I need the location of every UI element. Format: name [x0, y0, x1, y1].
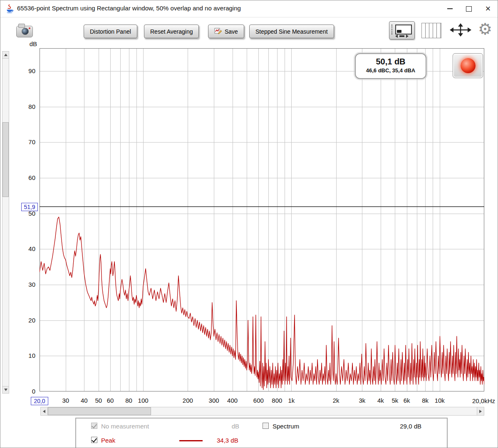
pan-arrows-icon[interactable] — [448, 23, 473, 37]
record-icon — [461, 58, 476, 73]
vertical-scrollbar[interactable] — [2, 51, 9, 394]
save-button[interactable]: Save — [208, 25, 244, 38]
x-tick-label: 100 — [131, 397, 156, 404]
graph-limits-button[interactable] — [389, 21, 415, 39]
y-tick-label: 90 — [15, 67, 35, 74]
y-tick-label: 60 — [15, 174, 35, 181]
graph-limits-strip-icon — [391, 25, 394, 34]
save-icon — [214, 27, 222, 35]
y-tick-label: 10 — [15, 352, 35, 359]
scroll-up-button[interactable] — [2, 52, 9, 59]
x-axis-max-label: 20,0kHz — [472, 397, 495, 404]
cursor-level-label[interactable]: 51,9 — [21, 203, 38, 211]
capture-graph-button[interactable] — [16, 22, 32, 37]
no-measurement-checkbox[interactable] — [91, 423, 97, 429]
horizontal-scrollbar[interactable] — [40, 407, 484, 416]
arrow-right-icon — [479, 410, 482, 413]
no-measurement-value: dB — [225, 423, 239, 430]
minimize-icon — [447, 8, 453, 9]
window-title: 65536-point Spectrum using Rectangular w… — [17, 5, 241, 12]
arrow-left-icon — [43, 410, 45, 413]
x-tick-label: 400 — [220, 397, 245, 404]
spectrum-plot[interactable] — [40, 48, 484, 391]
screen-arrows-icon — [395, 34, 412, 38]
spectrum-checkbox[interactable] — [263, 423, 269, 429]
y-tick-label: 30 — [15, 281, 35, 288]
x-tick-label: 200 — [175, 397, 200, 404]
title-bar: 65536-point Spectrum using Rectangular w… — [0, 0, 498, 17]
y-tick-label: 20 — [15, 317, 35, 324]
x-tick-label: 2k — [324, 397, 349, 404]
stepped-sine-button[interactable]: Stepped Sine Measurement — [249, 25, 334, 38]
minimize-button[interactable] — [440, 0, 459, 17]
reset-averaging-label: Reset Averaging — [150, 28, 193, 35]
scroll-down-button[interactable] — [2, 386, 9, 393]
reset-averaging-button[interactable]: Reset Averaging — [144, 25, 199, 38]
stepped-sine-label: Stepped Sine Measurement — [255, 28, 328, 35]
y-tick-label: 70 — [15, 138, 35, 145]
check-icon — [92, 437, 97, 443]
maximize-icon — [466, 6, 472, 12]
app-window: 65536-point Spectrum using Rectangular w… — [0, 0, 498, 448]
toolbar: Distortion Panel Reset Averaging Save St… — [0, 17, 498, 43]
screen-icon — [395, 25, 412, 34]
scroll-right-button[interactable] — [477, 407, 484, 415]
distortion-panel-button[interactable]: Distortion Panel — [84, 25, 137, 38]
spl-readout-main: 50,1 dB — [356, 57, 426, 66]
vertical-scrollbar-thumb[interactable] — [2, 122, 9, 197]
scroll-left-button[interactable] — [41, 407, 48, 415]
camera-icon-hump — [18, 24, 25, 28]
arrow-down-icon — [4, 389, 7, 391]
spectrum-value: 29,0 dB — [396, 423, 421, 430]
check-icon — [92, 423, 97, 428]
no-measurement-label: No measurement — [101, 423, 149, 430]
x-tick-label: 1k — [279, 397, 304, 404]
camera-indicator-dot — [29, 27, 30, 29]
maximize-button[interactable] — [459, 0, 478, 17]
close-button[interactable]: × — [478, 0, 498, 17]
y-tick-label: 80 — [15, 103, 35, 110]
horizontal-scrollbar-thumb[interactable] — [48, 407, 151, 415]
close-icon: × — [486, 4, 491, 13]
arrow-up-icon — [4, 54, 7, 56]
peak-checkbox[interactable] — [91, 437, 97, 443]
java-app-icon — [5, 4, 14, 13]
values-panel-button[interactable] — [421, 23, 441, 38]
screen-trace-icon — [397, 30, 401, 33]
legend-panel: No measurement dB Spectrum 29,0 dB Peak … — [75, 418, 448, 448]
y-tick-label: 40 — [15, 245, 35, 252]
spectrum-label: Spectrum — [273, 423, 299, 430]
record-button[interactable] — [453, 53, 483, 78]
save-label: Save — [225, 28, 238, 35]
x-tick-label: 10k — [427, 397, 452, 404]
distortion-panel-label: Distortion Panel — [90, 28, 131, 35]
peak-trace — [40, 217, 484, 390]
settings-gear-icon[interactable]: ⚙ — [478, 20, 492, 38]
spl-readout-sub: 46,6 dBC, 35,4 dBA — [356, 67, 426, 74]
spl-readout: 50,1 dB 46,6 dBC, 35,4 dBA — [355, 53, 426, 79]
peak-label: Peak — [101, 437, 115, 444]
y-axis-unit-label: dB — [24, 40, 37, 47]
x-axis-min-label[interactable]: 20,0 — [31, 397, 48, 405]
y-tick-label: 0 — [15, 388, 35, 395]
plot-border — [40, 49, 484, 391]
peak-value: 34,3 dB — [217, 437, 238, 444]
peak-line-swatch — [179, 440, 203, 441]
camera-lens-icon — [22, 28, 29, 35]
